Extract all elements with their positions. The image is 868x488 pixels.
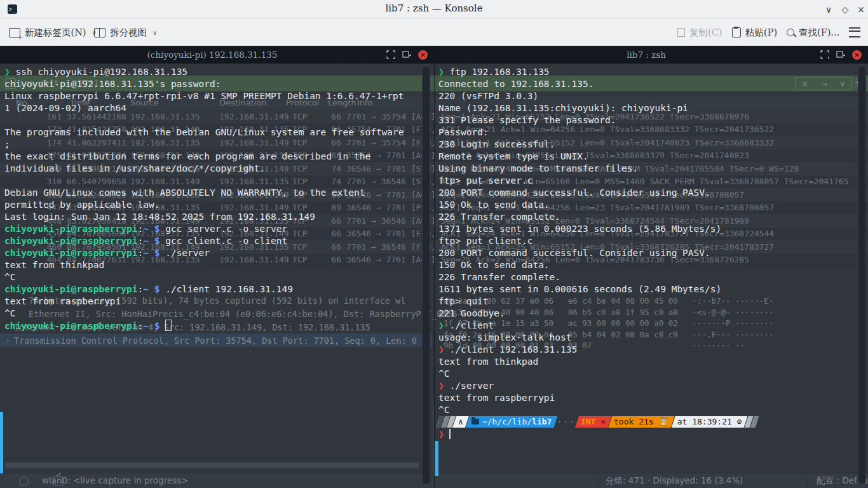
split-view-button[interactable]: 拆分视图 ∨ xyxy=(94,19,157,46)
toolbar: 新建标签页(N) ∨ 拆分视图 ∨ 复制(C) 粘贴(P) 查找(F)... xyxy=(0,19,868,46)
pane-left-header[interactable]: (chiyoyuki-pi) 192.168.31.135 × xyxy=(0,46,434,64)
terminal-line: text from thinkpad xyxy=(4,259,434,271)
terminal-text: Connected to 192.168.31.135. xyxy=(438,79,593,89)
terminal-line: 1611 bytes sent in 0.000616 seconds (2.4… xyxy=(438,283,868,295)
terminal-left-scrollbar[interactable] xyxy=(422,66,430,484)
terminal-text: chiyoyuki-pi@192.168.31.135's password: xyxy=(4,79,220,89)
terminal-line: Linux raspberrypi 6.6.47+rpt-rpi-v8 #1 S… xyxy=(4,90,434,102)
terminal-line: Connected to 192.168.31.135. xyxy=(438,78,868,90)
find-button[interactable]: 查找(F)... xyxy=(787,19,839,46)
paste-icon xyxy=(732,27,741,37)
pane-close-icon[interactable]: × xyxy=(418,50,428,60)
screen: ◁ ▷ ⟪ ⟫ ≣ ◌ ▦ tcp.port == 7701 × → ∨ + N… xyxy=(0,0,868,488)
terminal-line: 221 Goodbye. xyxy=(438,308,868,320)
terminal-line: 150 Ok to send data. xyxy=(438,199,868,211)
copy-icon xyxy=(677,28,685,37)
terminal-line: ^C xyxy=(4,308,434,320)
paste-button[interactable]: 粘贴(P) xyxy=(732,19,777,46)
terminal-line xyxy=(4,175,434,187)
terminal-text: Debian GNU/Linux comes with ABSOLUTELY N… xyxy=(4,187,365,198)
error-x-icon: × xyxy=(600,417,606,426)
terminal-line: chiyoyuki-pi@192.168.31.135's password: xyxy=(4,78,434,90)
terminal-line: Name (192.168.31.135:chiyoyuki): chiyoyu… xyxy=(438,102,868,114)
terminal-text: ~ $ xyxy=(143,321,159,331)
terminal-text: 150 Ok to send data. xyxy=(438,200,550,210)
terminal-right[interactable]: ❯ ftp 192.168.31.135Connected to 192.168… xyxy=(434,64,868,440)
terminal-text: ./server xyxy=(449,381,494,391)
search-icon xyxy=(787,29,794,36)
terminal-line: ftp> quit xyxy=(438,295,868,308)
path-current-dir: lib7 xyxy=(532,417,552,426)
terminal-line: ❯ ./server xyxy=(438,380,868,392)
new-tab-label: 新建标签页(N) xyxy=(25,27,86,39)
terminal-line: 1 (2024-09-02) aarch64 xyxy=(4,102,434,114)
terminal-line: ❯ ssh chiyoyuki-pi@192.168.31.135 xyxy=(4,66,434,78)
terminal-left[interactable]: ❯ ssh chiyoyuki-pi@192.168.31.135chiyoyu… xyxy=(0,64,434,332)
terminal-line: ❯ ./client 192.168.31.135 xyxy=(438,344,868,356)
paste-label: 粘贴(P) xyxy=(745,27,777,39)
window-minimize-icon[interactable]: ∨ xyxy=(822,3,835,16)
terminal-text: 220 (vsFTPd 3.0.3) xyxy=(438,91,538,101)
window-titlebar[interactable]: >_ lib7 : zsh — Konsole ∨ ◇ × xyxy=(0,0,868,19)
terminal-line: chiyoyuki-pi@raspberrypi:~ $ xyxy=(4,320,434,332)
terminal-text: gcc server.c -o server xyxy=(159,224,287,234)
terminal-line: ftp> put client.c xyxy=(438,235,868,247)
powerline-segment: took 21s ⌛ xyxy=(608,416,675,428)
pane-maximize-icon[interactable] xyxy=(820,50,829,59)
terminal-line: The programs included with the Debian GN… xyxy=(4,126,434,139)
terminal-line: 220 (vsFTPd 3.0.3) xyxy=(438,90,868,102)
pane-close-icon[interactable]: × xyxy=(852,50,862,60)
terminal-line: ; xyxy=(4,139,434,151)
split-view-caret-icon[interactable]: ∨ xyxy=(153,29,157,36)
terminal-text: 150 Ok to send data. xyxy=(438,260,550,270)
terminal-text: ~ $ xyxy=(143,224,159,234)
terminal-text: : xyxy=(138,236,144,246)
terminal-pane-left[interactable]: (chiyoyuki-pi) 192.168.31.135 × ❯ ssh ch… xyxy=(0,46,435,488)
terminal-text: ~ $ xyxy=(143,248,159,258)
copy-button[interactable]: 复制(C) xyxy=(677,19,722,46)
terminal-line: 1371 bytes sent in 0.000223 seconds (5.8… xyxy=(438,223,868,235)
terminal-text: 226 Transfer complete. xyxy=(438,272,560,282)
powerline-segment: at 18:39:21 ⊙ xyxy=(672,416,748,428)
terminal-text: ./server xyxy=(159,248,210,258)
window-maximize-icon[interactable]: ◇ xyxy=(839,3,851,16)
new-tab-button[interactable]: 新建标签页(N) ∨ xyxy=(9,19,97,46)
powerline-segment: ~/h/c/lib/lib7 xyxy=(466,416,558,428)
powerline-bar: ∧~/h/c/lib/lib7···INT ×took 21s ⌛at 18:3… xyxy=(438,416,868,428)
terminal-line: chiyoyuki-pi@raspberrypi:~ $ ./server xyxy=(4,247,434,259)
terminal-line: Remote system type is UNIX. xyxy=(438,151,868,163)
terminal-text: ./client xyxy=(449,320,494,330)
terminal-text: ./client 192.168.31.135 xyxy=(449,344,577,355)
terminal-text: 1371 bytes sent in 0.000223 seconds (5.8… xyxy=(438,224,721,234)
terminal-line: 226 Transfer complete. xyxy=(438,211,868,223)
path-prefix: ~/h/c/lib/ xyxy=(482,417,532,426)
terminal-text: Name (192.168.31.135:chiyoyuki): chiyoyu… xyxy=(438,103,688,113)
window-close-icon[interactable]: × xyxy=(855,3,867,16)
terminal-line: ftp> put server.c xyxy=(438,175,868,187)
terminal-text: ❯ xyxy=(438,381,449,391)
terminal-right-scrollbar[interactable] xyxy=(858,66,866,484)
powerline-segment: INT × xyxy=(575,416,611,428)
terminal-text: ~ $ xyxy=(143,284,159,294)
terminal-line: text from thinkpad xyxy=(438,356,868,368)
terminal-text: permitted by applicable law. xyxy=(4,200,159,210)
terminal-text: text from raspberrypi xyxy=(4,296,121,306)
terminal-text: ❯ xyxy=(4,67,15,77)
pane-maximize-icon[interactable] xyxy=(386,50,395,59)
terminal-line xyxy=(4,114,434,126)
terminal-text: ^C xyxy=(4,308,15,318)
menu-button[interactable] xyxy=(849,19,860,46)
terminal-text: 1 (2024-09-02) aarch64 xyxy=(4,103,126,113)
terminal-text: 221 Goodbye. xyxy=(438,308,505,318)
new-tab-icon xyxy=(9,28,20,37)
terminal-text: ^C xyxy=(438,369,449,379)
terminal-text: chiyoyuki-pi@raspberrypi xyxy=(4,248,138,258)
pane-split-icon[interactable] xyxy=(836,50,845,59)
terminal-text: ❯ xyxy=(438,67,449,77)
pane-split-icon[interactable] xyxy=(402,50,411,59)
prompt-powerline: ∧~/h/c/lib/lib7···INT ×took 21s ⌛at 18:3… xyxy=(438,416,868,428)
pane-right-header[interactable]: lib7 : zsh × xyxy=(434,46,868,64)
terminal-text: Using binary mode to transfer files. xyxy=(438,163,638,173)
terminal-line: 230 Login successful. xyxy=(438,139,868,151)
terminal-pane-right[interactable]: lib7 : zsh × ❯ ftp 192.168.31.135Connect… xyxy=(434,46,868,488)
